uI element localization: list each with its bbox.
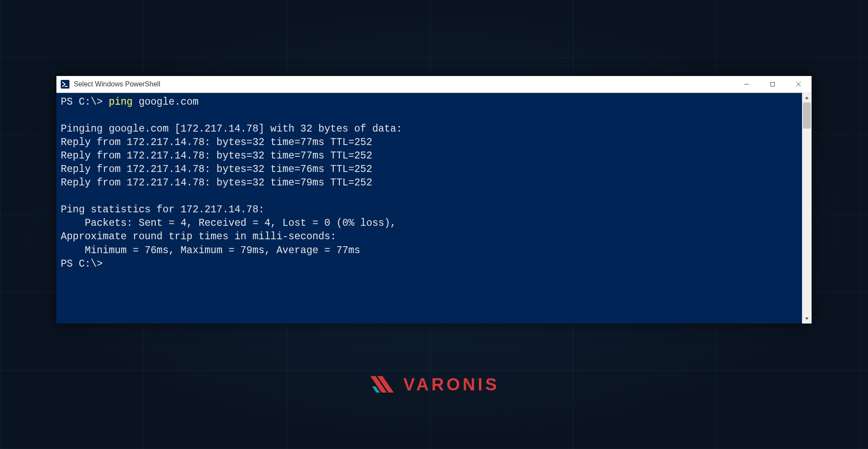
window-titlebar[interactable]: Select Windows PowerShell xyxy=(56,76,812,93)
stats-header: Ping statistics for 172.217.14.78: xyxy=(61,204,264,215)
ping-header: Pinging google.com [172.217.14.78] with … xyxy=(61,123,402,135)
cmd-highlight: ping xyxy=(108,96,132,108)
scroll-down-arrow-icon[interactable] xyxy=(802,314,812,324)
scroll-thumb[interactable] xyxy=(803,102,811,129)
cmd-rest: google.com xyxy=(133,96,199,108)
stats-packets: Packets: Sent = 4, Received = 4, Lost = … xyxy=(61,218,396,229)
scroll-up-arrow-icon[interactable] xyxy=(802,93,812,102)
vertical-scrollbar[interactable] xyxy=(802,93,812,324)
close-icon xyxy=(796,82,801,87)
rtt-line: Minimum = 76ms, Maximum = 79ms, Average … xyxy=(61,245,360,256)
svg-rect-2 xyxy=(771,83,775,86)
terminal-wrap: PS C:\> ping google.com Pinging google.c… xyxy=(56,93,812,324)
rtt-header: Approximate round trip times in milli-se… xyxy=(61,231,336,242)
varonis-mark-icon xyxy=(368,373,399,395)
powershell-window: Select Windows PowerShell PS C:\> ping g… xyxy=(56,76,812,324)
prompt-prefix: PS C:\> xyxy=(61,96,103,108)
ping-reply-0: Reply from 172.217.14.78: bytes=32 time=… xyxy=(61,137,372,148)
ping-reply-1: Reply from 172.217.14.78: bytes=32 time=… xyxy=(61,150,372,162)
maximize-icon xyxy=(770,82,775,87)
close-button[interactable] xyxy=(786,76,812,92)
ping-reply-3: Reply from 172.217.14.78: bytes=32 time=… xyxy=(61,177,372,188)
powershell-icon xyxy=(61,80,69,89)
varonis-logo: VARONIS xyxy=(368,373,499,395)
varonis-wordmark: VARONIS xyxy=(403,375,499,394)
window-controls xyxy=(733,76,812,92)
minimize-icon xyxy=(744,82,749,87)
scroll-track[interactable] xyxy=(802,102,812,314)
final-prompt: PS C:\> xyxy=(61,258,103,270)
window-title: Select Windows PowerShell xyxy=(74,80,160,88)
terminal-output[interactable]: PS C:\> ping google.com Pinging google.c… xyxy=(56,93,802,324)
ping-reply-2: Reply from 172.217.14.78: bytes=32 time=… xyxy=(61,164,372,175)
maximize-button[interactable] xyxy=(760,76,786,92)
minimize-button[interactable] xyxy=(733,76,760,92)
